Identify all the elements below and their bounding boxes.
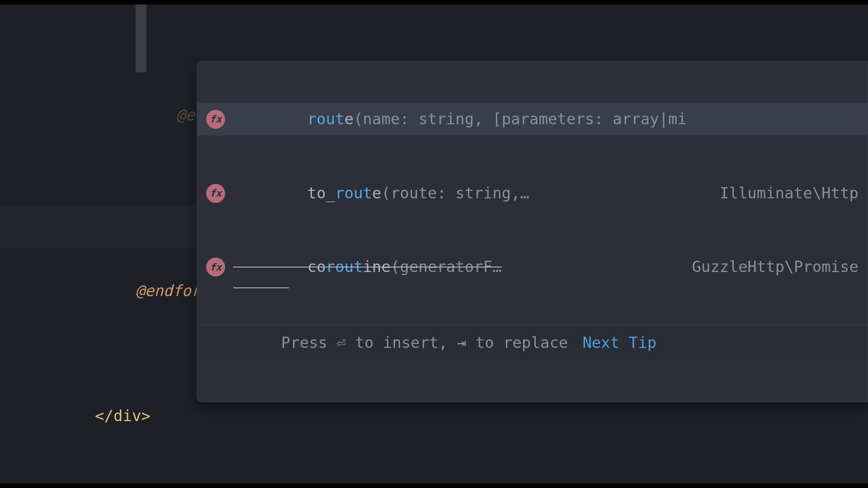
match-text: rout [307,110,344,128]
signature: (route: string,… [382,184,530,202]
autocomplete-popup[interactable]: fx route(name: string, [parameters: arra… [197,61,868,402]
function-icon: fx [206,258,225,277]
tab-key-icon: ⇥ [457,333,466,352]
suffix-text: e [344,110,354,128]
signature: (name: string, [parameters: array|mi [354,110,687,128]
autocomplete-item[interactable]: fx coroutine(generatorF… GuzzleHttp\Prom… [197,251,868,283]
source-namespace: GuzzleHttp\Promise [692,257,859,277]
autocomplete-item[interactable]: fx route(name: string, [parameters: arra… [197,103,868,136]
prefix-text: to_ [307,184,335,202]
hint-text: to insert, [346,333,457,352]
hint-text: to replace [466,333,568,352]
suffix-text: e [372,184,381,202]
html-tag: </div> [95,407,151,425]
hint-text: Press [281,333,337,352]
autocomplete-footer: Press ⏎ to insert, ⇥ to replace Next Tip [197,325,868,360]
code-editor[interactable]: @endforeach @endforeach </div> <div clas… [0,5,868,483]
match-text: rout [335,184,372,202]
suffix-text: ine [363,258,391,276]
source-namespace: Illuminate\Http [720,183,859,204]
signature: (generatorF… [391,258,502,276]
function-icon: fx [206,184,225,203]
enter-key-icon: ⏎ [337,333,346,352]
prefix-text: co [307,258,326,276]
function-icon: fx [206,110,225,129]
match-text: rout [326,258,363,276]
autocomplete-item[interactable]: fx to_route(route: string,… Illuminate\H… [197,177,868,210]
next-tip-link[interactable]: Next Tip [582,333,656,353]
indent-guide [136,5,146,72]
